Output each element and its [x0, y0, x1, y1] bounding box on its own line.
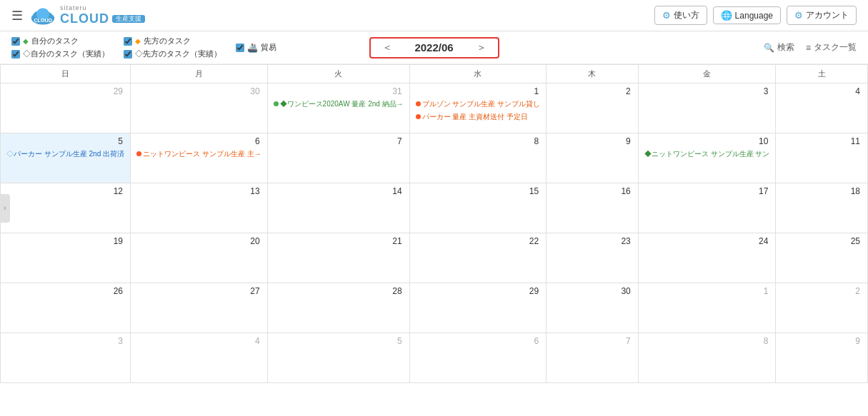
cell-date: 1 — [414, 86, 542, 96]
calendar-navigation: ＜ 2022/06 ＞ — [369, 37, 499, 59]
filter-my-task[interactable]: ◆ 自分のタスク — [11, 36, 109, 46]
logo-cloud-label: CLOUD — [60, 12, 109, 26]
calendar-cell[interactable]: 8 — [639, 333, 777, 383]
cell-date: 6 — [414, 336, 542, 346]
calendar-cell[interactable]: 10 ◆ニットワンピース サンプル生産 サン — [639, 133, 777, 183]
filter-my-task-actual-checkbox[interactable] — [11, 50, 20, 59]
calendar-cell[interactable]: 14 — [268, 183, 410, 233]
prev-month-button[interactable]: ＜ — [379, 41, 395, 54]
filter-partner-task-actual[interactable]: ◇先方のタスク（実績） — [124, 49, 221, 59]
calendar-cell[interactable]: 17 — [639, 183, 777, 233]
calendar-cell[interactable]: 22 — [410, 233, 547, 283]
calendar-cell[interactable]: 29 — [1, 83, 131, 133]
hamburger-menu-icon[interactable]: ☰ — [11, 8, 23, 24]
howto-button[interactable]: ⚙ 使い方 — [654, 6, 707, 25]
language-button[interactable]: 🌐 Language — [713, 6, 781, 24]
cell-date: 8 — [414, 136, 542, 146]
calendar-cell[interactable]: 20 — [131, 233, 268, 283]
filter-partner-task-checkbox[interactable] — [124, 37, 132, 46]
event-dot-icon — [136, 151, 141, 156]
calendar-cell[interactable]: 12 — [1, 183, 131, 233]
calendar-cell[interactable]: 25 — [776, 233, 868, 283]
filter-partner-task[interactable]: ◆ 先方のタスク — [124, 36, 221, 46]
filter-trade[interactable]: 🚢 貿易 — [236, 42, 276, 53]
cell-date: 21 — [272, 236, 405, 246]
task-list-button[interactable]: ≡ タスク一覧 — [806, 41, 857, 54]
calendar-cell[interactable]: 6 ニットワンピース サンプル生産 主→ — [131, 133, 268, 183]
cell-date: 28 — [272, 286, 405, 296]
partner-task-actual-label: ◇先方のタスク（実績） — [135, 49, 221, 59]
svg-text:CLOUD: CLOUD — [34, 17, 52, 24]
calendar-cell[interactable]: 31 ◆ワンピース2020AW 量産 2nd 納品→ — [268, 83, 410, 133]
calendar-cell[interactable]: 23 — [547, 233, 639, 283]
filter-partner-task-actual-checkbox[interactable] — [124, 50, 132, 59]
calendar-cell[interactable]: 21 — [268, 233, 410, 283]
cell-event[interactable]: ◆ニットワンピース サンプル生産 サン — [643, 148, 772, 160]
calendar-cell[interactable]: 8 — [410, 133, 547, 183]
calendar-cell[interactable]: 4 — [776, 83, 868, 133]
event-dot-icon — [416, 101, 421, 106]
calendar-cell[interactable]: 5 — [268, 333, 410, 383]
calendar-cell[interactable]: 3 — [1, 333, 131, 383]
calendar-cell[interactable]: 4 — [131, 333, 268, 383]
logo: CLOUD sitateru CLOUD 生産支援 — [30, 3, 145, 29]
calendar-cell[interactable]: 18 — [776, 183, 868, 233]
calendar-cell[interactable]: 30 — [547, 283, 639, 333]
calendar-cell[interactable]: 6 — [410, 333, 547, 383]
filter-my-task-actual[interactable]: ◇自分のタスク（実績） — [11, 49, 109, 59]
calendar-cell[interactable]: 1 — [639, 283, 777, 333]
event-dot-icon — [416, 114, 421, 119]
calendar-cell[interactable]: 11 — [776, 133, 868, 183]
cell-date: 27 — [135, 286, 263, 296]
calendar-cell[interactable]: 27 — [131, 283, 268, 333]
calendar-cell[interactable]: 13 — [131, 183, 268, 233]
calendar-cell[interactable]: 16 — [547, 183, 639, 233]
calendar-cell[interactable]: 28 — [268, 283, 410, 333]
calendar-cell[interactable]: 9 — [547, 133, 639, 183]
filter-my-task-checkbox[interactable] — [11, 37, 20, 46]
calendar-cell[interactable]: 7 — [547, 333, 639, 383]
calendar-cell[interactable]: 15 — [410, 183, 547, 233]
calendar-cell[interactable]: 9 — [776, 333, 868, 383]
task-list-label: タスク一覧 — [814, 41, 857, 54]
cell-date: 12 — [5, 186, 126, 196]
cell-date: 10 — [643, 136, 772, 146]
cell-date: 3 — [5, 336, 126, 346]
cell-event[interactable]: ニットワンピース サンプル生産 主→ — [135, 148, 263, 160]
calendar-cell[interactable]: 7 — [268, 133, 410, 183]
cell-event[interactable]: ブルゾン サンプル生産 サンプル貸し — [414, 98, 542, 110]
cell-date: 15 — [414, 186, 542, 196]
logo-text-container: sitateru CLOUD 生産支援 — [60, 5, 145, 26]
next-month-button[interactable]: ＞ — [474, 41, 489, 54]
event-diamond-icon: ◆ — [644, 150, 652, 158]
filter-trade-checkbox[interactable] — [236, 44, 244, 52]
account-button[interactable]: ⚙ アカウント — [787, 6, 857, 25]
cell-date: 30 — [551, 286, 634, 296]
calendar-cell[interactable]: 2 — [547, 83, 639, 133]
calendar-cell[interactable]: 3 — [639, 83, 777, 133]
calendar-month-label: 2022/06 — [402, 41, 467, 54]
cell-date: 5 — [272, 336, 405, 346]
cell-date: 23 — [551, 236, 634, 246]
day-header-thu: 木 — [547, 65, 639, 83]
calendar-grid: 日 月 火 水 木 金 土 29 30 31 ◆ワンピース2020AW 量産 2… — [0, 64, 868, 383]
cell-date: 2 — [551, 86, 634, 96]
sidebar-toggle[interactable]: › — [0, 194, 10, 223]
cell-date: 7 — [272, 136, 405, 146]
calendar-cell[interactable]: 26 — [1, 283, 131, 333]
calendar-cell[interactable]: 24 — [639, 233, 777, 283]
calendar-cell[interactable]: 29 — [410, 283, 547, 333]
cell-event[interactable]: ◆ワンピース2020AW 量産 2nd 納品→ — [272, 98, 405, 110]
calendar-cell[interactable]: 5 ◇パーカー サンプル生産 2nd 出荷済 — [1, 133, 131, 183]
cell-event[interactable]: パーカー 量産 主資材送付 予定日 — [414, 111, 542, 123]
search-button[interactable]: 🔍 検索 — [764, 41, 794, 54]
cell-date: 4 — [780, 86, 863, 96]
calendar-cell[interactable]: 1 ブルゾン サンプル生産 サンプル貸し パーカー 量産 主資材送付 予定日 — [410, 83, 547, 133]
cell-date: 5 — [5, 136, 126, 146]
calendar-cell[interactable]: 30 — [131, 83, 268, 133]
cell-date: 9 — [780, 336, 863, 346]
calendar-cell[interactable]: 2 — [776, 283, 868, 333]
day-header-mon: 月 — [131, 65, 268, 83]
cell-event[interactable]: ◇パーカー サンプル生産 2nd 出荷済 — [5, 148, 126, 160]
calendar-cell[interactable]: 19 — [1, 233, 131, 283]
